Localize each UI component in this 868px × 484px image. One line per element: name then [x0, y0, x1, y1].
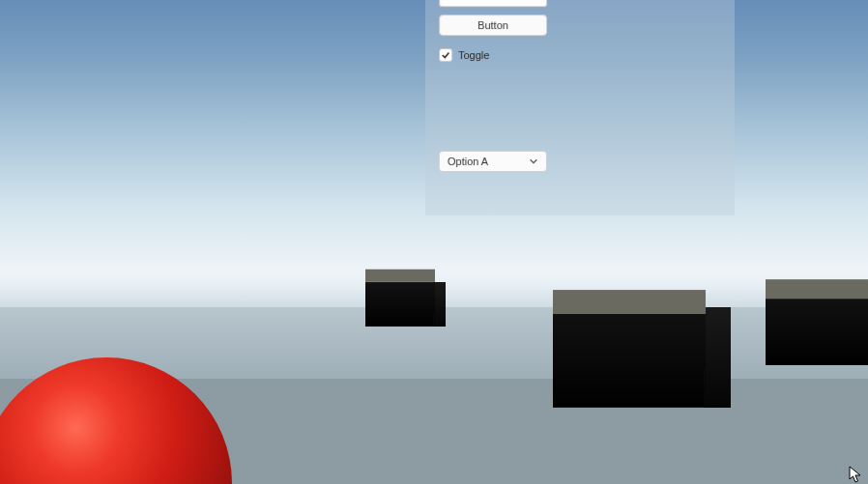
ui-panel: Button Toggle Option A — [425, 0, 736, 215]
checkmark-icon — [441, 50, 450, 60]
cube-large — [553, 292, 706, 398]
game-viewport[interactable]: Button Toggle Option A — [0, 0, 868, 484]
chevron-down-icon — [529, 157, 538, 166]
input-field-top[interactable] — [439, 0, 547, 7]
ui-button[interactable]: Button — [439, 14, 547, 36]
dropdown[interactable]: Option A — [439, 151, 547, 172]
ui-button-label: Button — [477, 19, 508, 31]
cube-right — [766, 280, 868, 357]
dropdown-value: Option A — [448, 152, 488, 171]
toggle-checkbox[interactable] — [439, 48, 452, 62]
toggle-row[interactable]: Toggle — [439, 48, 489, 62]
cube-small — [365, 272, 435, 321]
toggle-label: Toggle — [458, 49, 489, 61]
